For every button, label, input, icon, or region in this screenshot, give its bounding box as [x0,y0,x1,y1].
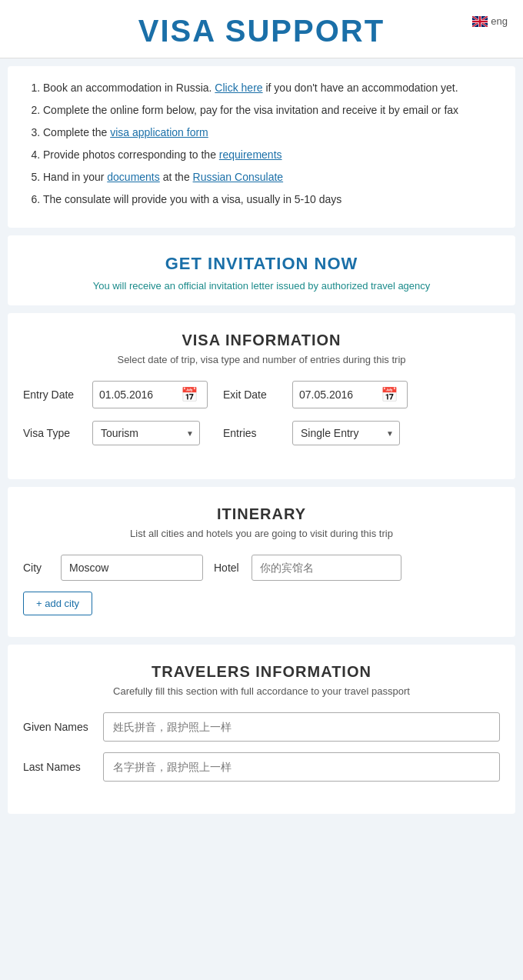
click-here-link[interactable]: Click here [215,82,262,94]
city-label: City [23,562,50,574]
step-5-prefix: Hand in your [43,171,107,183]
documents-link[interactable]: documents [107,171,159,183]
add-city-button[interactable]: + add city [23,592,92,615]
language-switcher[interactable]: eng [472,15,508,27]
hotel-label: Hotel [214,562,241,574]
entry-calendar-icon[interactable]: 📅 [181,386,198,403]
itinerary-title: ITINERARY [23,505,500,523]
last-names-input[interactable] [103,752,500,782]
step-6: The consulate will provide you with a vi… [43,192,497,208]
flag-icon [472,16,488,27]
itinerary-section: ITINERARY List all cities and hotels you… [8,487,515,637]
step-6-text: The consulate will provide you with a vi… [43,193,341,205]
hotel-input[interactable] [252,555,401,581]
dates-row: Entry Date 📅 Exit Date 📅 [23,381,500,408]
city-hotel-row: City Hotel [23,555,500,581]
step-4: Provide photos corresponding to the requ… [43,147,497,163]
itinerary-subtitle: List all cities and hotels you are going… [23,528,500,539]
entries-label: Entries [223,427,285,439]
travelers-title: TRAVELERS INFORMATION [23,663,500,681]
step-4-prefix: Provide photos corresponding to the [43,148,219,161]
invitation-subtitle: You will receive an official invitation … [23,280,500,292]
travelers-section: TRAVELERS INFORMATION Carefully fill thi… [8,645,515,814]
step-5: Hand in your documents at the Russian Co… [43,169,497,185]
invitation-title: GET INVITATION NOW [23,254,500,274]
entries-select[interactable]: Single Entry Double Entry Multiple Entry [292,421,400,445]
travelers-subtitle: Carefully fill this section with full ac… [23,685,500,697]
visa-type-label: Visa Type [23,427,85,439]
given-names-row: Given Names Last Names [23,712,500,782]
step-5-mid: at the [163,171,193,183]
visa-info-title: VISA INFORMATION [23,332,500,349]
step-2: Complete the online form below, pay for … [43,102,497,118]
visa-entries-row: Visa Type Tourism Business Transit Stude… [23,421,500,445]
step-2-text: Complete the online form below, pay for … [43,104,458,116]
step-1-suffix: if you don't have an accommodation yet. [265,82,458,94]
header: VISA SUPPORT eng [0,0,523,58]
steps-list: Book an accommodation in Russia. Click h… [26,80,497,208]
entry-date-wrapper: 📅 [92,381,208,408]
language-label: eng [491,15,508,27]
exit-calendar-icon[interactable]: 📅 [381,386,398,403]
given-names-input[interactable] [103,712,500,742]
page-title: VISA SUPPORT [15,14,508,48]
visa-info-section: VISA INFORMATION Select date of trip, vi… [8,313,515,479]
requirements-link[interactable]: requirements [219,148,282,161]
city-input[interactable] [61,555,203,581]
invitation-section: GET INVITATION NOW You will receive an o… [8,235,515,305]
russian-consulate-link[interactable]: Russian Consulate [193,171,284,183]
step-1: Book an accommodation in Russia. Click h… [43,80,497,96]
visa-info-subtitle: Select date of trip, visa type and numbe… [23,354,500,365]
step-3: Complete the visa application form [43,125,497,141]
exit-date-wrapper: 📅 [292,381,408,408]
visa-type-select-wrapper: Tourism Business Transit Student [92,421,200,445]
entry-date-input[interactable] [99,388,176,401]
step-1-text: Book an accommodation in Russia. [43,82,215,94]
visa-application-form-link[interactable]: visa application form [110,126,208,138]
entries-select-wrapper: Single Entry Double Entry Multiple Entry [292,421,400,445]
entry-date-label: Entry Date [23,388,85,401]
last-names-label: Last Names [23,761,92,773]
visa-type-select[interactable]: Tourism Business Transit Student [92,421,200,445]
step-3-prefix: Complete the [43,126,110,138]
steps-section: Book an accommodation in Russia. Click h… [8,66,515,228]
exit-date-input[interactable] [299,388,376,401]
exit-date-label: Exit Date [223,388,285,401]
given-names-label: Given Names [23,721,92,733]
